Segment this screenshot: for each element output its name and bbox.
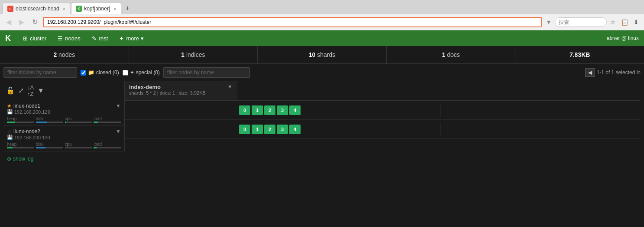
shard-node2-1[interactable]: 1 [252,125,263,134]
browser-actions: ▾ ☆ 📋 ⬇ [544,17,641,27]
special-label: special (0) [136,69,160,76]
node1-name-text: linux-node1 [13,103,40,109]
nav-label-rest: rest [99,35,108,42]
node2-ip-text: 192.168.200.130 [14,135,50,140]
show-log[interactable]: ⊕ show log [3,151,641,166]
node2-name-text: liunx-node2 [13,128,40,135]
node1-heap-fill [7,122,15,123]
tab-label-2: kopf[abner] [84,6,110,12]
special-checkbox-label[interactable]: ✦ special (0) [123,69,160,76]
shard-node1-3[interactable]: 3 [277,105,288,115]
shard-node1-1[interactable]: 1 [252,105,263,115]
filter-indices-input[interactable] [3,67,77,78]
node2-heap-metric: heap [7,142,34,148]
sort-az-icon[interactable]: ↓A↑Z [27,84,34,97]
tab-bar: e elasticsearch-head × K kopf[abner] × + [0,0,644,14]
tab-label-1: elasticsearch-head [16,6,59,12]
node1-metrics: heap disk cpu [7,116,121,123]
node1-shards-cells: 0 1 2 3 4 [237,104,441,117]
nav-items: ⊞ cluster ☰ nodes ✎ rest ✦ more ▾ [18,33,607,44]
node2-cpu-label: cpu [65,142,92,147]
tab-elasticsearch-head[interactable]: e elasticsearch-head × [3,3,70,14]
nav-label-nodes: nodes [65,35,80,42]
node1-heap-metric: heap [7,116,34,123]
node2-ip: 💾 192.168.200.130 [7,135,121,140]
node1-name: ★ linux-node1 [7,103,40,109]
node1-disk-fill [36,122,47,123]
selected-text: 1-1 of 1 selected in [597,69,641,76]
bookmark-button[interactable]: ☆ [608,18,618,26]
filter-nodes-input[interactable] [163,67,250,78]
stat-shards: 10 shards [258,46,387,63]
more-icon: ✦ [119,35,124,42]
node1-load-metric: load [94,116,121,123]
stat-nodes: 2 nodes [0,46,129,63]
back-button[interactable]: ◀ [3,17,14,27]
nav-item-rest[interactable]: ✎ rest [87,33,113,44]
cluster-icon: ⊞ [23,35,28,42]
tab-close-1[interactable]: × [63,6,65,11]
index-info-header: index-demo shards: 5 * 2 | docs: 1 | siz… [125,81,237,100]
special-checkbox[interactable] [123,70,128,76]
address-bar-wrap [43,17,542,27]
index-dropdown-icon[interactable]: ▼ [227,84,233,90]
node2-heap-bar [7,147,34,148]
shard-node1-4[interactable]: 4 [289,105,301,115]
shard-node2-3[interactable]: 3 [277,125,288,134]
node-row-1: ★ linux-node1 ▼ 💾 192.168.200.129 heap [3,100,124,126]
address-input[interactable] [43,17,542,27]
node-row-2: ☆ liunx-node2 ▼ 💾 192.168.200.130 heap [3,126,124,151]
node1-shards-header [237,81,439,100]
main-content: 📁 closed (0) ✦ special (0) ◀ 1-1 of 1 se… [0,64,644,170]
lock-icon[interactable]: 🔓 [6,86,15,95]
refresh-button[interactable]: ↻ [29,17,40,27]
nav-item-nodes[interactable]: ☰ nodes [52,33,85,44]
stat-size: 7.83KB [515,46,644,63]
selected-info: ◀ 1-1 of 1 selected in [585,68,641,77]
shard-node2-2[interactable]: 2 [264,125,275,134]
tab-close-2[interactable]: × [113,6,116,11]
closed-checkbox[interactable] [81,70,86,76]
new-tab-button[interactable]: + [122,3,133,14]
node1-ip-text: 192.168.200.129 [14,109,50,115]
history-button[interactable]: 📋 [619,18,630,26]
node1-dropdown-icon[interactable]: ▼ [116,103,121,109]
node2-load-label: load [94,142,121,147]
node1-star-icon[interactable]: ★ [7,103,12,109]
filter-row: 📁 closed (0) ✦ special (0) ◀ 1-1 of 1 se… [3,67,641,78]
closed-checkbox-label[interactable]: 📁 closed (0) [81,69,119,76]
shard-node2-4[interactable]: 4 [289,125,301,134]
node1-cpu-label: cpu [65,116,92,121]
node2-load-bar [94,147,121,148]
nav-item-more[interactable]: ✦ more ▾ [114,33,149,44]
nav-label-cluster: cluster [30,35,46,42]
browser-search-input[interactable] [555,17,607,27]
app-nav: K ⊞ cluster ☰ nodes ✎ rest ✦ more ▾ abne… [0,30,644,46]
stat-docs: 1 docs [387,46,516,63]
shard-node1-2[interactable]: 2 [264,105,275,115]
forward-button[interactable]: ▶ [16,17,27,27]
cluster-table: 🔓 ⤢ ↓A↑Z ▼ ★ linux-node1 ▼ 💾 192.168.200… [3,81,641,151]
dropdown-button[interactable]: ▾ [544,17,553,27]
shard-node2-0[interactable]: 0 [239,125,250,134]
node1-hdd-icon: 💾 [7,109,13,115]
node1-cpu-fill [65,122,66,123]
stat-docs-label: docs [447,51,460,58]
nav-item-cluster[interactable]: ⊞ cluster [18,33,52,44]
download-button[interactable]: ⬇ [632,18,641,26]
node2-star-icon[interactable]: ☆ [7,128,12,135]
node1-heap-label: heap [7,116,34,121]
tab-kopf[interactable]: K kopf[abner] × [71,3,121,14]
node2-dropdown-icon[interactable]: ▼ [116,128,121,135]
sort-dropdown-icon[interactable]: ▼ [37,87,44,95]
node1-shards-row: 0 1 2 3 4 [125,101,641,120]
node1-heap-bar [7,122,34,123]
nav-user: abner @ linux [607,35,639,41]
node2-cpu-bar [65,147,92,148]
prev-selection-button[interactable]: ◀ [585,68,595,77]
right-columns: index-demo shards: 5 * 2 | docs: 1 | siz… [125,81,641,151]
node2-cpu-metric: cpu [65,142,92,148]
node2-name: ☆ liunx-node2 [7,128,40,135]
shard-node1-0[interactable]: 0 [239,105,250,115]
expand-icon[interactable]: ⤢ [18,86,24,95]
